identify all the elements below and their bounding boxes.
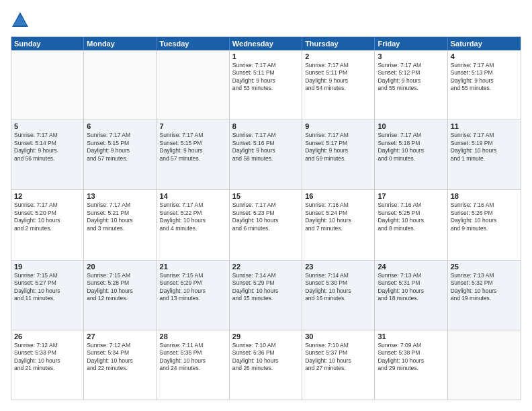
day-info: Sunrise: 7:15 AM Sunset: 5:28 PM Dayligh…	[87, 272, 153, 303]
day-cell-6: 6Sunrise: 7:17 AM Sunset: 5:15 PM Daylig…	[84, 120, 157, 189]
day-number: 22	[232, 263, 299, 271]
day-number: 7	[160, 122, 226, 130]
day-cell-18: 18Sunrise: 7:16 AM Sunset: 5:26 PM Dayli…	[448, 190, 521, 259]
day-cell-29: 29Sunrise: 7:10 AM Sunset: 5:36 PM Dayli…	[230, 330, 302, 400]
header-day-monday: Monday	[84, 37, 157, 50]
day-info: Sunrise: 7:14 AM Sunset: 5:29 PM Dayligh…	[232, 272, 299, 303]
day-cell-31: 31Sunrise: 7:09 AM Sunset: 5:38 PM Dayli…	[375, 330, 447, 400]
day-info: Sunrise: 7:15 AM Sunset: 5:29 PM Dayligh…	[160, 272, 226, 303]
day-info: Sunrise: 7:16 AM Sunset: 5:26 PM Dayligh…	[451, 201, 518, 232]
calendar-body: 1Sunrise: 7:17 AM Sunset: 5:11 PM Daylig…	[11, 50, 521, 400]
day-info: Sunrise: 7:10 AM Sunset: 5:36 PM Dayligh…	[232, 342, 299, 373]
day-cell-25: 25Sunrise: 7:13 AM Sunset: 5:32 PM Dayli…	[448, 261, 521, 330]
day-info: Sunrise: 7:17 AM Sunset: 5:18 PM Dayligh…	[378, 132, 444, 163]
day-info: Sunrise: 7:17 AM Sunset: 5:23 PM Dayligh…	[232, 201, 299, 232]
day-info: Sunrise: 7:10 AM Sunset: 5:37 PM Dayligh…	[305, 342, 371, 373]
day-number: 23	[305, 263, 371, 271]
day-cell-2: 2Sunrise: 7:17 AM Sunset: 5:11 PM Daylig…	[302, 50, 375, 120]
day-info: Sunrise: 7:13 AM Sunset: 5:31 PM Dayligh…	[378, 272, 444, 303]
day-number: 3	[378, 52, 444, 60]
header-day-friday: Friday	[375, 37, 447, 50]
day-cell-10: 10Sunrise: 7:17 AM Sunset: 5:18 PM Dayli…	[375, 120, 447, 189]
day-number: 17	[378, 192, 444, 200]
day-number: 8	[232, 122, 299, 130]
empty-cell-0-2	[157, 50, 230, 120]
day-cell-11: 11Sunrise: 7:17 AM Sunset: 5:19 PM Dayli…	[448, 120, 521, 189]
calendar-row-3: 19Sunrise: 7:15 AM Sunset: 5:27 PM Dayli…	[11, 260, 521, 330]
day-number: 26	[14, 332, 81, 340]
day-cell-7: 7Sunrise: 7:17 AM Sunset: 5:15 PM Daylig…	[157, 120, 230, 189]
day-info: Sunrise: 7:17 AM Sunset: 5:14 PM Dayligh…	[14, 132, 81, 163]
day-cell-16: 16Sunrise: 7:16 AM Sunset: 5:24 PM Dayli…	[302, 190, 375, 259]
day-number: 28	[160, 332, 226, 340]
day-number: 2	[305, 52, 371, 60]
day-info: Sunrise: 7:09 AM Sunset: 5:38 PM Dayligh…	[378, 342, 444, 373]
day-cell-15: 15Sunrise: 7:17 AM Sunset: 5:23 PM Dayli…	[230, 190, 302, 259]
day-cell-30: 30Sunrise: 7:10 AM Sunset: 5:37 PM Dayli…	[302, 330, 375, 400]
day-info: Sunrise: 7:17 AM Sunset: 5:13 PM Dayligh…	[451, 62, 518, 93]
day-number: 21	[160, 263, 226, 271]
day-number: 6	[87, 122, 153, 130]
day-cell-17: 17Sunrise: 7:16 AM Sunset: 5:25 PM Dayli…	[375, 190, 447, 259]
empty-cell-4-6	[448, 330, 521, 400]
header-day-tuesday: Tuesday	[157, 37, 230, 50]
day-number: 16	[305, 192, 371, 200]
day-number: 14	[160, 192, 226, 200]
day-cell-9: 9Sunrise: 7:17 AM Sunset: 5:17 PM Daylig…	[302, 120, 375, 189]
day-number: 30	[305, 332, 371, 340]
logo	[11, 11, 32, 30]
day-number: 9	[305, 122, 371, 130]
calendar-header: SundayMondayTuesdayWednesdayThursdayFrid…	[11, 37, 521, 50]
day-info: Sunrise: 7:17 AM Sunset: 5:21 PM Dayligh…	[87, 201, 153, 232]
day-cell-28: 28Sunrise: 7:11 AM Sunset: 5:35 PM Dayli…	[157, 330, 230, 400]
day-cell-24: 24Sunrise: 7:13 AM Sunset: 5:31 PM Dayli…	[375, 261, 447, 330]
day-cell-3: 3Sunrise: 7:17 AM Sunset: 5:12 PM Daylig…	[375, 50, 447, 120]
header	[11, 11, 521, 30]
day-number: 15	[232, 192, 299, 200]
day-cell-21: 21Sunrise: 7:15 AM Sunset: 5:29 PM Dayli…	[157, 261, 230, 330]
calendar: SundayMondayTuesdayWednesdayThursdayFrid…	[11, 36, 521, 400]
day-info: Sunrise: 7:12 AM Sunset: 5:33 PM Dayligh…	[14, 342, 81, 373]
day-cell-19: 19Sunrise: 7:15 AM Sunset: 5:27 PM Dayli…	[11, 261, 84, 330]
day-info: Sunrise: 7:17 AM Sunset: 5:19 PM Dayligh…	[451, 132, 518, 163]
day-info: Sunrise: 7:17 AM Sunset: 5:22 PM Dayligh…	[160, 201, 226, 232]
calendar-row-1: 5Sunrise: 7:17 AM Sunset: 5:14 PM Daylig…	[11, 120, 521, 189]
day-cell-13: 13Sunrise: 7:17 AM Sunset: 5:21 PM Dayli…	[84, 190, 157, 259]
day-number: 10	[378, 122, 444, 130]
day-number: 31	[378, 332, 444, 340]
day-cell-23: 23Sunrise: 7:14 AM Sunset: 5:30 PM Dayli…	[302, 261, 375, 330]
day-number: 25	[451, 263, 518, 271]
day-number: 27	[87, 332, 153, 340]
day-cell-26: 26Sunrise: 7:12 AM Sunset: 5:33 PM Dayli…	[11, 330, 84, 400]
day-cell-22: 22Sunrise: 7:14 AM Sunset: 5:29 PM Dayli…	[230, 261, 302, 330]
empty-cell-0-0	[11, 50, 84, 120]
day-info: Sunrise: 7:17 AM Sunset: 5:11 PM Dayligh…	[305, 62, 371, 93]
day-info: Sunrise: 7:17 AM Sunset: 5:16 PM Dayligh…	[232, 132, 299, 163]
day-number: 13	[87, 192, 153, 200]
day-cell-5: 5Sunrise: 7:17 AM Sunset: 5:14 PM Daylig…	[11, 120, 84, 189]
day-info: Sunrise: 7:17 AM Sunset: 5:11 PM Dayligh…	[232, 62, 299, 93]
day-info: Sunrise: 7:12 AM Sunset: 5:34 PM Dayligh…	[87, 342, 153, 373]
day-info: Sunrise: 7:17 AM Sunset: 5:15 PM Dayligh…	[160, 132, 226, 163]
day-info: Sunrise: 7:13 AM Sunset: 5:32 PM Dayligh…	[451, 272, 518, 303]
empty-cell-0-1	[84, 50, 157, 120]
calendar-row-2: 12Sunrise: 7:17 AM Sunset: 5:20 PM Dayli…	[11, 189, 521, 259]
day-info: Sunrise: 7:11 AM Sunset: 5:35 PM Dayligh…	[160, 342, 226, 373]
day-cell-20: 20Sunrise: 7:15 AM Sunset: 5:28 PM Dayli…	[84, 261, 157, 330]
day-number: 5	[14, 122, 81, 130]
day-number: 18	[451, 192, 518, 200]
header-day-thursday: Thursday	[302, 37, 375, 50]
day-number: 11	[451, 122, 518, 130]
calendar-row-0: 1Sunrise: 7:17 AM Sunset: 5:11 PM Daylig…	[11, 50, 521, 120]
day-number: 12	[14, 192, 81, 200]
day-info: Sunrise: 7:17 AM Sunset: 5:17 PM Dayligh…	[305, 132, 371, 163]
day-info: Sunrise: 7:17 AM Sunset: 5:12 PM Dayligh…	[378, 62, 444, 93]
header-day-wednesday: Wednesday	[230, 37, 302, 50]
page: SundayMondayTuesdayWednesdayThursdayFrid…	[0, 0, 532, 411]
day-number: 1	[232, 52, 299, 60]
svg-marker-1	[13, 15, 27, 26]
calendar-row-4: 26Sunrise: 7:12 AM Sunset: 5:33 PM Dayli…	[11, 330, 521, 400]
day-cell-1: 1Sunrise: 7:17 AM Sunset: 5:11 PM Daylig…	[230, 50, 302, 120]
header-day-sunday: Sunday	[11, 37, 84, 50]
logo-icon	[11, 11, 30, 30]
